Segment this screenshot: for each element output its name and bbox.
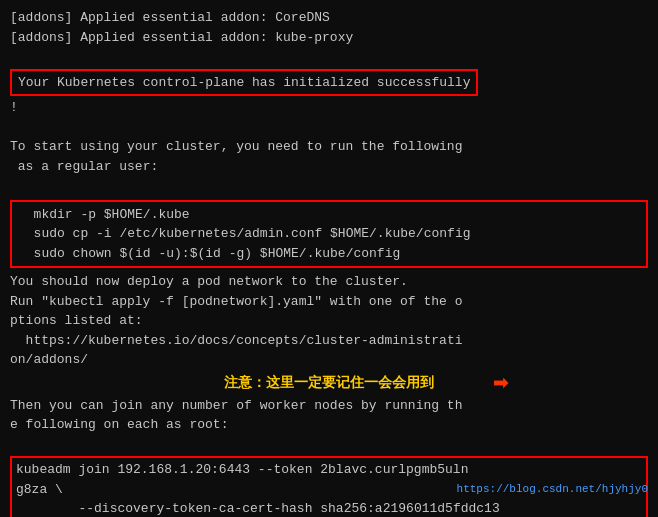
line-kubectl: Run "kubectl apply -f [podnetwork].yaml"… [10, 292, 648, 312]
line-addons-url: on/addons/ [10, 350, 648, 370]
commands-box: mkdir -p $HOME/.kube sudo cp -i /etc/kub… [10, 200, 648, 269]
line-empty-3 [10, 176, 648, 196]
cmd-mkdir: mkdir -p $HOME/.kube [18, 205, 640, 225]
line-exclaim: ! [10, 98, 648, 118]
cmd-cp: sudo cp -i /etc/kubernetes/admin.conf $H… [18, 224, 640, 244]
cmd-chown: sudo chown $(id -u):$(id -g) $HOME/.kube… [18, 244, 640, 264]
line-join-intro2: e following on each as root: [10, 415, 648, 435]
annotation-text: 注意：这里一定要记住一会会用到 ➡ [10, 374, 648, 392]
join-line3: --discovery-token-ca-cert-hash sha256:a2… [16, 499, 642, 517]
terminal: [addons] Applied essential addon: CoreDN… [0, 0, 658, 517]
line-tostartusing: To start using your cluster, you need to… [10, 137, 648, 157]
line-options: ptions listed at: [10, 311, 648, 331]
line-addons-2: [addons] Applied essential addon: kube-p… [10, 28, 648, 48]
line-success: Your Kubernetes control-plane has initia… [18, 75, 470, 90]
join-line1: kubeadm join 192.168.1.20:6443 --token 2… [16, 460, 642, 480]
arrow-icon: ➡ [493, 372, 508, 394]
line-empty-4 [10, 435, 648, 455]
success-box: Your Kubernetes control-plane has initia… [10, 69, 478, 97]
line-regularuser: as a regular user: [10, 157, 648, 177]
line-deploy: You should now deploy a pod network to t… [10, 272, 648, 292]
line-empty-2 [10, 118, 648, 138]
line-addons-1: [addons] Applied essential addon: CoreDN… [10, 8, 648, 28]
watermark: https://blog.csdn.net/hjyhjy0 [457, 483, 648, 495]
line-empty-1 [10, 47, 648, 67]
line-url: https://kubernetes.io/docs/concepts/clus… [10, 331, 648, 351]
line-join-intro1: Then you can join any number of worker n… [10, 396, 648, 416]
